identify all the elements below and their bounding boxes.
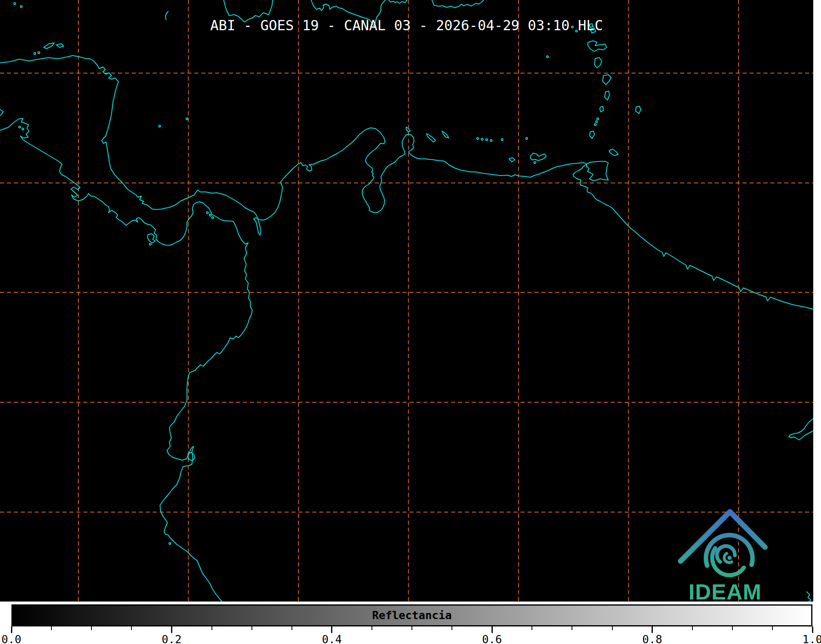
satellite-image-figure: ABI - GOES 19 - CANAL 03 - 2026-04-29 03… <box>0 0 821 644</box>
coastline-puna-island <box>188 452 195 461</box>
colorbar-minor-tick <box>51 626 52 630</box>
islet-dot <box>207 212 208 214</box>
ideam-logo-text: IDEAM <box>689 579 762 602</box>
colorbar-minor-tick <box>732 626 733 630</box>
islet-dot <box>490 140 492 141</box>
coastline-st-lucia <box>605 91 610 100</box>
islet-dot <box>20 6 22 7</box>
colorbar-minor-tick <box>372 626 372 630</box>
coastline-martinique <box>603 75 611 85</box>
coastline-caribbean-mainland-coast <box>0 56 813 309</box>
islet-dot <box>477 138 478 139</box>
coastline-trinidad <box>587 161 608 180</box>
satellite-map: ABI - GOES 19 - CANAL 03 - 2026-04-29 03… <box>0 0 813 602</box>
coastline-barbados <box>636 106 641 114</box>
spiral-core-dot <box>728 556 732 560</box>
coastline-st-vincent <box>600 107 603 112</box>
islet-dot <box>22 128 24 130</box>
colorbar-minor-tick <box>412 626 412 630</box>
coastline-pacific-mainland-coast <box>0 118 252 602</box>
islet-dot <box>14 3 16 4</box>
colorbar-minor-tick <box>692 626 693 630</box>
coastline-curacao <box>427 134 436 142</box>
colorbar-major-tick <box>331 626 332 633</box>
colorbar-minor-tick <box>572 626 572 630</box>
coastline-river-edge-squiggle <box>807 592 811 602</box>
colorbar-major-tick <box>171 626 172 633</box>
colorbar-minor-tick <box>772 626 773 630</box>
colorbar-tick-label: 0.6 <box>482 633 502 644</box>
islet-dot <box>526 138 527 139</box>
coastline-puerto-rico-coast <box>432 0 484 8</box>
coastline-guadeloupe <box>588 41 607 51</box>
colorbar-major-tick <box>492 626 493 633</box>
islet-dot <box>597 118 599 120</box>
colorbar-tick-label: 1.0 <box>803 633 821 644</box>
colorbar-major-tick <box>812 626 813 633</box>
coastline-tobago <box>609 149 618 156</box>
colorbar-minor-tick <box>91 626 92 630</box>
coastline-guatemala-edge-coast <box>0 109 3 116</box>
islet-dot <box>534 162 536 163</box>
colorbar-tick-label: 0.2 <box>162 633 182 644</box>
colorbar-minor-tick <box>251 626 252 630</box>
colorbar-tick-label: 0.8 <box>642 633 662 644</box>
islet-dot <box>186 118 188 120</box>
islet-dot <box>594 124 596 125</box>
colorbar-label: Reflectancia <box>372 609 452 622</box>
colorbar: Reflectancia <box>11 604 812 626</box>
coastline-cayman-bank-arc <box>165 11 168 20</box>
coastline-grenada <box>590 131 594 138</box>
colorbar-minor-tick <box>291 626 292 630</box>
islet-dot <box>19 126 20 128</box>
islet-dot <box>481 138 483 140</box>
islet-dot <box>501 139 503 140</box>
islet-dot <box>38 52 40 53</box>
colorbar-minor-tick <box>131 626 132 630</box>
coastline-bay-islands <box>44 43 64 49</box>
ideam-logo-icon <box>665 500 780 586</box>
islet-dot <box>596 121 597 123</box>
colorbar-minor-tick <box>452 626 452 630</box>
colorbar-major-tick <box>652 626 653 633</box>
coastline-amazon-river <box>789 416 813 440</box>
islet-dot <box>486 139 487 140</box>
coastline-margarita <box>530 153 546 160</box>
islet-dot <box>547 56 548 58</box>
islet-dot <box>159 125 160 127</box>
colorbar-major-tick <box>11 626 12 633</box>
coastline-bonaire <box>442 131 449 138</box>
map-title: ABI - GOES 19 - CANAL 03 - 2026-04-29 03… <box>210 17 603 33</box>
coastline-tortuga <box>509 158 515 162</box>
islet-dot <box>34 53 36 54</box>
islet-dot <box>169 543 171 544</box>
colorbar-tick-label: 0.0 <box>2 633 22 644</box>
coastline-hispaniola-east-coast <box>389 0 407 3</box>
islet-dot <box>209 214 211 216</box>
colorbar-minor-tick <box>211 626 212 630</box>
islet-dot <box>149 243 151 245</box>
colorbar-tick-label: 0.4 <box>322 633 342 644</box>
colorbar-minor-tick <box>532 626 532 630</box>
coastline-coiba-island <box>147 234 155 243</box>
islet-dot <box>212 217 214 218</box>
colorbar-minor-tick <box>612 626 613 630</box>
hurricane-spiral-icon <box>706 535 752 575</box>
coastline-dominica <box>594 58 602 68</box>
